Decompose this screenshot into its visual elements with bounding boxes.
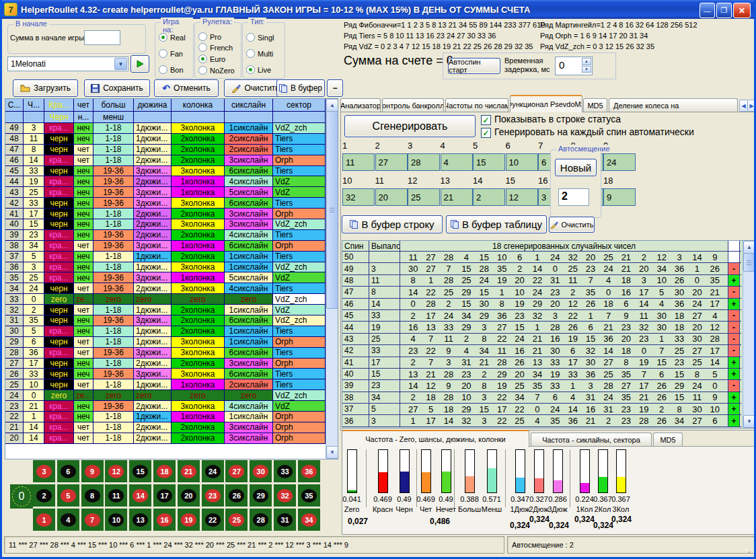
left-table-row[interactable]: 3424чернчет19-362дюжи...3колонка4сикслай…: [5, 283, 326, 294]
left-table-row[interactable]: 240zeroze...zerozerozerozeroVdZ_zch: [5, 390, 326, 401]
left-table-row[interactable]: 3135черннеч19-363дюжи...2колонка6сикслай…: [5, 315, 326, 326]
title-bar[interactable]: 7 HelperRoullet 4.32- create helperroull…: [0, 0, 756, 19]
grid-number-cell[interactable]: 9: [603, 188, 636, 206]
board-cell-4[interactable]: 4: [57, 509, 79, 531]
grid-number-cell[interactable]: 20: [375, 188, 408, 206]
generated-table-row[interactable]: 4419161333293271512826621233230182012-: [342, 322, 741, 333]
board-cell-22[interactable]: 22: [202, 509, 224, 531]
generated-table-row[interactable]: 39231412920819253533132827172629240-: [342, 380, 741, 392]
left-table-row[interactable]: 2717черннеч1-182дюжи...2колонка3сикслайн…: [5, 359, 326, 369]
board-cell-12[interactable]: 12: [105, 460, 127, 482]
board-cell-1[interactable]: 1: [33, 509, 55, 531]
left-table-row[interactable]: 322чернчет1-181дюжи...2колонка1сикслайнV…: [5, 305, 326, 315]
left-table-row[interactable]: 305кра...неч1-181дюжи...2колонка1сикслай…: [5, 326, 326, 337]
left-table-row[interactable]: 2014кра...чет1-182дюжи...2колонка3сиксла…: [5, 433, 326, 444]
autogen-checkbox[interactable]: ✓ Генерировать на каждый спин автоматиче…: [481, 126, 694, 138]
board-cell-13[interactable]: 13: [129, 509, 151, 531]
left-table-row[interactable]: 478чернчет1-181дюжи...2колонка2сикслайнT…: [5, 145, 326, 155]
grid-number-cell[interactable]: 15: [473, 153, 505, 171]
board-cell-17[interactable]: 17: [153, 484, 176, 507]
board-cell-19[interactable]: 19: [178, 509, 200, 531]
board-cell-36[interactable]: 36: [298, 460, 320, 482]
scrollbar-thumb[interactable]: [326, 111, 338, 309]
left-table-row[interactable]: 296чернчет1-181дюжи...3колонка1сикслайнO…: [5, 337, 326, 348]
generated-table-row[interactable]: 43254711282224211619153620231333028-: [342, 334, 741, 345]
scroll-up-icon[interactable]: ▲: [743, 241, 755, 254]
left-table-row[interactable]: 375кра...неч1-181дюжи...2колонка1сикслай…: [5, 252, 326, 262]
left-table-row[interactable]: 2114кра...чет1-182дюжи...2колонка3сиксла…: [5, 422, 326, 433]
board-cell-25[interactable]: 25: [225, 509, 248, 531]
board-cell-28[interactable]: 28: [250, 509, 272, 531]
grid-number-cell[interactable]: 2: [473, 188, 505, 206]
save-button[interactable]: Сохранить: [84, 79, 150, 97]
board-cell-20[interactable]: 20: [178, 484, 200, 507]
board-cell-23[interactable]: 23: [202, 484, 224, 507]
generated-table-row[interactable]: 4811812825241920223111741831026035+: [342, 275, 741, 287]
radio-euro[interactable]: Euro: [198, 54, 225, 63]
generated-table-row[interactable]: 49330277152835214025232421203436126-: [342, 263, 741, 274]
grid-number-cell[interactable]: 32: [342, 188, 375, 206]
grid-number-cell[interactable]: 11: [342, 153, 375, 171]
delay-spinner[interactable]: 0 ▲ ▼: [555, 57, 593, 75]
generated-table-row[interactable]: 46140282153081929201226186144362417+: [342, 299, 741, 310]
board-cell-7[interactable]: 7: [81, 509, 104, 531]
left-table-row[interactable]: 493кра...неч1-181дюжи...3колонка1сикслай…: [5, 123, 326, 134]
tab-6[interactable]: Деление колеса на: [609, 98, 738, 112]
generated-table-row[interactable]: 40151321282322920341933362535761585+: [342, 369, 741, 380]
generated-table-row[interactable]: 3834218281032234764312435212615119+: [342, 392, 741, 404]
radio-real[interactable]: Real: [159, 33, 186, 42]
left-table-row[interactable]: 4015черннеч1-182дюжи...3колонка3сикслайн…: [5, 219, 326, 230]
board-cell-11[interactable]: 11: [105, 484, 127, 507]
board-cell-21[interactable]: 21: [178, 460, 200, 482]
radio-bon[interactable]: Bon: [159, 65, 184, 74]
grid-number-cell[interactable]: 28: [408, 153, 440, 171]
board-cell-5[interactable]: 5: [57, 484, 79, 507]
radio-singl[interactable]: Singl: [246, 33, 274, 42]
grid-number-cell[interactable]: 21: [441, 188, 473, 206]
board-cell-30[interactable]: 30: [250, 460, 272, 482]
spinner-down-icon[interactable]: ▼: [582, 66, 591, 73]
minimize-button[interactable]: —: [700, 3, 715, 18]
left-table-row[interactable]: 4419кра...неч19-362дюжи...1колонка4сиксл…: [5, 176, 326, 187]
autospin-button[interactable]: Автоспин старт: [448, 58, 500, 74]
close-button[interactable]: ✕: [733, 3, 751, 18]
maximize-button[interactable]: ❐: [716, 3, 732, 18]
scroll-up-icon[interactable]: ▲: [326, 99, 338, 112]
generated-table-row[interactable]: 3631171432322254353621223282634276+: [342, 415, 741, 426]
board-cell-8[interactable]: 8: [81, 484, 104, 507]
profile-combobox[interactable]: 1Melonati ▼: [7, 57, 128, 71]
grid-number-cell[interactable]: 25: [408, 188, 440, 206]
statusline-checkbox[interactable]: ✓ Показывать в строке статуса: [481, 114, 621, 125]
generated-table-row[interactable]: 411727331212826133317302781915232514+: [342, 357, 741, 369]
board-cell-27[interactable]: 27: [225, 460, 248, 482]
left-table-row[interactable]: 3834кра...чет19-363дюжи...1колонка6сиксл…: [5, 241, 326, 252]
freq-tab-1[interactable]: Частота - Zero, шансы, дюжины, колонки: [342, 430, 529, 447]
generated-table-row[interactable]: 47814222529151102423235016175302021-: [342, 287, 741, 298]
left-table-row[interactable]: 363кра...неч1-181дюжи...3колонка1сикслай…: [5, 262, 326, 273]
generate-button[interactable]: Сгенерировать: [344, 115, 476, 137]
clear-generated-button[interactable]: Очистить: [549, 217, 595, 233]
left-table-row[interactable]: 4614кра...чет1-182дюжи...2колонка3сиксла…: [5, 155, 326, 166]
board-cell-29[interactable]: 29: [250, 484, 272, 507]
radio-nozero[interactable]: NoZero: [198, 66, 235, 75]
spins-table-scrollbar[interactable]: ▲ ▼: [326, 99, 338, 459]
buffer-row-button[interactable]: В буфер строку: [342, 215, 443, 233]
scroll-down-icon[interactable]: ▼: [326, 446, 338, 459]
play-button[interactable]: [130, 55, 149, 73]
board-cell-14[interactable]: 14: [129, 484, 151, 507]
board-cell-6[interactable]: 6: [57, 460, 79, 482]
left-table-row[interactable]: 221кра...неч1-181дюжи...1колонка1сикслай…: [5, 412, 326, 422]
tab-1[interactable]: Анализатор: [340, 98, 381, 112]
undo-button[interactable]: ↶ Отменить: [154, 79, 219, 97]
tab-5[interactable]: MD5: [583, 98, 607, 112]
tab-2[interactable]: Контроль банкролла: [382, 98, 444, 112]
buffer-table-button[interactable]: В буфер таблицу: [446, 215, 547, 233]
left-table-row[interactable]: 4325кра...неч19-363дюжи...1колонка5сиксл…: [5, 187, 326, 198]
left-table-row[interactable]: 2836кра...чет19-363дюжи...3колонка6сиксл…: [5, 348, 326, 359]
spinner-up-icon[interactable]: ▲: [582, 58, 591, 65]
collapse-button[interactable]: −: [327, 79, 343, 97]
left-table-row[interactable]: 2510чернчет1-181дюжи...1колонка2сикслайн…: [5, 379, 326, 390]
board-cell-24[interactable]: 24: [202, 460, 224, 482]
board-cell-32[interactable]: 32: [274, 484, 296, 507]
board-cell-31[interactable]: 31: [274, 509, 296, 531]
